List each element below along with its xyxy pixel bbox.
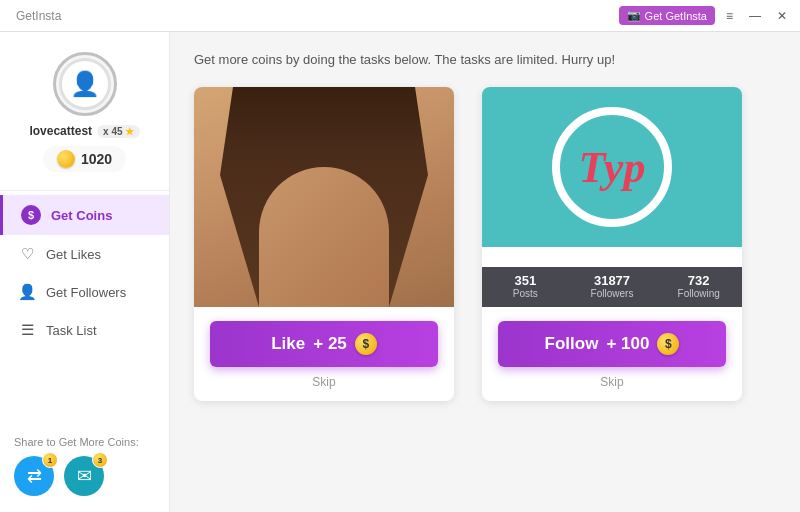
social-share-icon: ⇄ — [27, 465, 42, 487]
cards-row: Like + 25 $ Skip Typ — [194, 87, 776, 401]
follow-label: Follow — [545, 334, 599, 354]
sidebar-item-get-likes[interactable]: ♡ Get Likes — [0, 235, 169, 273]
star-icon: ★ — [125, 126, 134, 137]
minimize-button[interactable]: — — [744, 5, 766, 27]
heart-icon: ♡ — [18, 245, 36, 263]
typ-logo-text: Typ — [579, 142, 646, 193]
following-count: 732 — [659, 273, 738, 288]
like-card-action: Like + 25 $ Skip — [194, 307, 454, 401]
sidebar-bottom: Share to Get More Coins: ⇄ 1 ✉ 3 — [0, 426, 169, 496]
followers-label: Followers — [573, 288, 652, 299]
follow-button[interactable]: Follow + 100 $ — [498, 321, 726, 367]
email-share-button[interactable]: ✉ 3 — [64, 456, 104, 496]
coins-value: 1020 — [81, 151, 112, 167]
social-share-button[interactable]: ⇄ 1 — [14, 456, 54, 496]
typ-stat-followers: 31877 Followers — [569, 267, 656, 307]
posts-count: 351 — [486, 273, 565, 288]
following-label: Following — [659, 288, 738, 299]
hair-decoration — [194, 87, 454, 307]
hamburger-icon[interactable]: ≡ — [721, 5, 738, 27]
sidebar-item-get-likes-label: Get Likes — [46, 247, 101, 262]
multiplier-badge: x 45 ★ — [97, 125, 139, 138]
avatar: 👤 — [53, 52, 117, 116]
sidebar: 👤 lovecattest x 45 ★ 1020 $ Get Coins ♡ … — [0, 32, 170, 512]
followers-count: 31877 — [573, 273, 652, 288]
sidebar-item-get-followers-label: Get Followers — [46, 285, 126, 300]
close-button[interactable]: ✕ — [772, 5, 792, 27]
like-skip-link[interactable]: Skip — [312, 375, 335, 389]
title-bar: GetInsta 📷 Get GetInsta ≡ — ✕ — [0, 0, 800, 32]
posts-label: Posts — [486, 288, 565, 299]
app-name: GetInsta — [16, 9, 61, 23]
sidebar-item-task-list[interactable]: ☰ Task List — [0, 311, 169, 349]
avatar-person-icon: 👤 — [70, 70, 100, 98]
follow-card-action: Follow + 100 $ Skip — [482, 307, 742, 401]
main-content: Get more coins by doing the tasks below.… — [170, 32, 800, 512]
username-row: lovecattest x 45 ★ — [29, 124, 139, 138]
like-reward: + 25 — [313, 334, 347, 354]
typ-background: Typ — [482, 87, 742, 247]
follow-reward: + 100 — [606, 334, 649, 354]
nav-divider — [0, 190, 169, 191]
follow-coin-icon: $ — [657, 333, 679, 355]
sidebar-item-get-coins-label: Get Coins — [51, 208, 112, 223]
share-buttons: ⇄ 1 ✉ 3 — [14, 456, 155, 496]
follow-card: Typ 351 Posts 31877 Followers — [482, 87, 742, 401]
sidebar-item-task-list-label: Task List — [46, 323, 97, 338]
typ-stats: 351 Posts 31877 Followers 732 Following — [482, 267, 742, 307]
person-photo — [194, 87, 454, 307]
info-banner: Get more coins by doing the tasks below.… — [194, 52, 776, 67]
sidebar-item-get-followers[interactable]: 👤 Get Followers — [0, 273, 169, 311]
like-button[interactable]: Like + 25 $ — [210, 321, 438, 367]
like-card: Like + 25 $ Skip — [194, 87, 454, 401]
get-getinsta-button[interactable]: 📷 Get GetInsta — [619, 6, 715, 25]
instagram-icon: 📷 — [627, 9, 641, 22]
username: lovecattest — [29, 124, 92, 138]
typ-stat-following: 732 Following — [655, 267, 742, 307]
coin-icon — [57, 150, 75, 168]
share-label: Share to Get More Coins: — [14, 436, 155, 448]
email-share-icon: ✉ — [77, 465, 92, 487]
typ-circle: Typ — [552, 107, 672, 227]
coin-nav-icon: $ — [21, 205, 41, 225]
coins-display: 1020 — [43, 146, 126, 172]
typ-profile: Typ 351 Posts 31877 Followers — [482, 87, 742, 307]
typ-stat-posts: 351 Posts — [482, 267, 569, 307]
like-coin-icon: $ — [355, 333, 377, 355]
social-share-badge: 1 — [42, 452, 58, 468]
app-body: 👤 lovecattest x 45 ★ 1020 $ Get Coins ♡ … — [0, 32, 800, 512]
sidebar-item-get-coins[interactable]: $ Get Coins — [0, 195, 169, 235]
list-icon: ☰ — [18, 321, 36, 339]
person-icon: 👤 — [18, 283, 36, 301]
email-share-badge: 3 — [92, 452, 108, 468]
like-label: Like — [271, 334, 305, 354]
follow-skip-link[interactable]: Skip — [600, 375, 623, 389]
profile-section: 👤 lovecattest x 45 ★ 1020 — [0, 32, 169, 186]
